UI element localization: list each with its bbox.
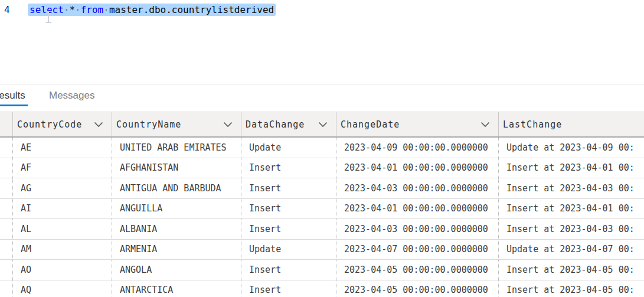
grid-cell[interactable]: Insert [241,260,336,280]
sql-editor[interactable]: 4 select·*·from·master.dbo.countrylistde… [0,0,644,84]
sql-keyword: from [81,4,104,15]
grid-cell[interactable]: ARMENIA [112,240,241,260]
grid-cell[interactable]: AE [13,138,112,158]
sql-line[interactable]: select·*·from·master.dbo.countrylistderi… [30,3,276,17]
column-header-datachange[interactable]: DataChange [241,112,336,136]
grid-cell[interactable]: ANGOLA [112,260,241,280]
sql-whitespace-dot: · [64,4,70,15]
grid-cell[interactable]: ANTARCTICA [112,280,241,297]
chevron-down-icon[interactable] [480,122,490,128]
table-row: ALALBANIAInsert2023-04-03 00:00:00.00000… [0,219,644,240]
column-header-label: ChangeDate [341,119,400,130]
chevron-down-icon[interactable] [318,122,328,128]
grid-cell[interactable]: 2023-04-05 00:00:00.0000000 [336,260,499,280]
grid-cell[interactable]: 2023-04-09 00:00:00.0000000 [336,138,499,158]
grid-cell[interactable]: Insert at 2023-04-05 00: [499,260,644,280]
column-header-countrycode[interactable]: CountryCode [13,112,112,136]
grid-cell[interactable]: Insert at 2023-04-03 00: [499,219,644,239]
grid-cell[interactable]: AFGHANISTAN [112,158,241,178]
grid-cell[interactable]: Update [241,138,336,158]
row-number-cell[interactable] [0,178,13,198]
grid-cell[interactable]: 2023-04-03 00:00:00.0000000 [336,219,499,239]
column-header-label: CountryName [116,119,181,130]
grid-cell[interactable]: Insert [241,280,336,297]
grid-cell[interactable]: 2023-04-07 00:00:00.0000000 [336,240,499,260]
grid-header-row: CountryCodeCountryNameDataChangeChangeDa… [0,112,644,138]
row-number-cell[interactable] [0,158,13,178]
table-row: AQANTARCTICAInsert2023-04-05 00:00:00.00… [0,280,644,297]
grid-cell[interactable]: 2023-04-03 00:00:00.0000000 [336,178,499,198]
tab-results[interactable]: Results [0,90,25,102]
row-number-cell[interactable] [0,138,13,158]
column-header-lastchange[interactable]: LastChange [499,112,644,136]
table-row: AIANGUILLAInsert2023-04-01 00:00:00.0000… [0,199,644,220]
active-tab-underline [0,105,28,106]
table-row: AGANTIGUA AND BARBUDAInsert2023-04-03 00… [0,178,644,199]
text-cursor-ibeam-icon [45,11,53,23]
grid-cell[interactable]: 2023-04-01 00:00:00.0000000 [336,158,499,178]
row-number-cell[interactable] [0,260,13,280]
grid-cell[interactable]: Update at 2023-04-07 00: [499,240,644,260]
grid-body: AEUNITED ARAB EMIRATESUpdate2023-04-09 0… [0,138,644,297]
table-row: AFAFGHANISTANInsert2023-04-01 00:00:00.0… [0,158,644,179]
grid-cell[interactable]: ANTIGUA AND BARBUDA [112,178,241,198]
grid-cell[interactable]: Insert [241,178,336,198]
grid-cell[interactable]: Insert at 2023-04-01 00: [499,158,644,178]
sql-selection-highlight[interactable]: select·*·from·master.dbo.countrylistderi… [28,4,276,16]
column-header-label: CountryCode [17,119,82,130]
column-header-countryname[interactable]: CountryName [112,112,241,136]
grid-cell[interactable]: Insert at 2023-04-05 00: [499,280,644,297]
tab-messages[interactable]: Messages [49,90,94,102]
row-number-cell[interactable] [0,199,13,219]
grid-cell[interactable]: Update at 2023-04-09 00: [499,138,644,158]
grid-cell[interactable]: AF [13,158,112,178]
grid-cell[interactable]: AM [13,240,112,260]
grid-cell[interactable]: Insert [241,199,336,219]
grid-cell[interactable]: AO [13,260,112,280]
sql-whitespace-dot: · [103,4,109,15]
row-number-cell[interactable] [0,240,13,260]
grid-cell[interactable]: AQ [13,280,112,297]
table-row: AMARMENIAUpdate2023-04-07 00:00:00.00000… [0,240,644,260]
grid-cell[interactable]: Insert at 2023-04-03 00: [499,178,644,198]
grid-cell[interactable]: Insert at 2023-04-01 00: [499,199,644,219]
grid-cell[interactable]: 2023-04-05 00:00:00.0000000 [336,280,499,297]
table-row: AOANGOLAInsert2023-04-05 00:00:00.000000… [0,260,644,280]
column-header-label: DataChange [246,119,305,130]
results-grid: CountryCodeCountryNameDataChangeChangeDa… [0,112,644,297]
chevron-down-icon[interactable] [94,122,103,128]
row-number-cell[interactable] [0,280,13,297]
grid-cell[interactable]: ANGUILLA [112,199,241,219]
sql-identifier: master.dbo.countrylistderived [109,4,274,15]
row-number-header-cell[interactable] [0,112,13,136]
column-header-changedate[interactable]: ChangeDate [336,112,499,136]
chevron-down-icon[interactable] [223,122,233,128]
grid-cell[interactable]: Insert [241,219,336,239]
table-row: AEUNITED ARAB EMIRATESUpdate2023-04-09 0… [0,138,644,158]
grid-cell[interactable]: AL [13,219,112,239]
grid-cell[interactable]: AI [13,199,112,219]
line-number-gutter[interactable]: 4 [4,3,10,17]
grid-cell[interactable]: 2023-04-01 00:00:00.0000000 [336,199,499,219]
grid-cell[interactable]: ALBANIA [112,219,241,239]
grid-cell[interactable]: Insert [241,158,336,178]
grid-cell[interactable]: AG [13,178,112,198]
sql-whitespace-dot: · [75,4,81,15]
grid-cell[interactable]: Update [241,240,336,260]
grid-cell[interactable]: UNITED ARAB EMIRATES [112,138,241,158]
sql-operator: * [69,4,75,15]
results-pane-tabbar: Results Messages [0,84,644,112]
column-header-label: LastChange [503,119,562,130]
row-number-cell[interactable] [0,219,13,239]
